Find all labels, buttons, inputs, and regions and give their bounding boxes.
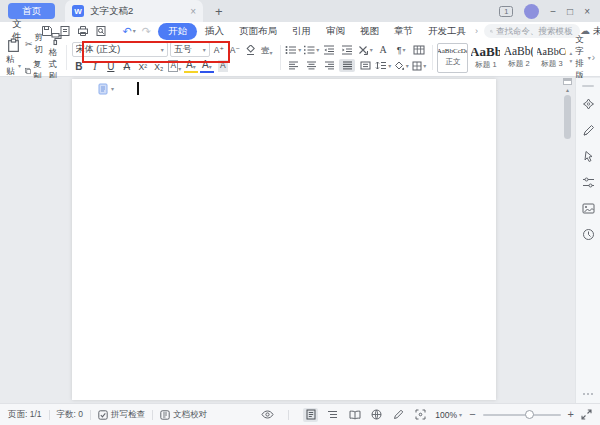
line-spacing-button[interactable]: ▾ [375, 59, 391, 72]
zoom-in-button[interactable]: + [568, 409, 574, 420]
justify-button[interactable] [339, 59, 355, 72]
style-heading-3[interactable]: AaBbC( 标题 3 [536, 43, 567, 73]
document-page[interactable] [72, 79, 496, 400]
align-right-button[interactable] [321, 59, 337, 72]
borders-button[interactable]: ▾ [411, 59, 427, 72]
search-input[interactable] [496, 26, 574, 36]
numbered-list-button[interactable]: ▾ [303, 43, 319, 56]
new-tab-button[interactable]: + [215, 4, 223, 19]
zoom-out-button[interactable]: − [469, 409, 475, 420]
align-center-button[interactable] [303, 59, 319, 72]
zoom-level-select[interactable]: 100% ▾ [435, 410, 462, 420]
fit-page-button[interactable] [413, 408, 428, 422]
paste-button[interactable]: 粘贴▾ [6, 38, 21, 78]
spellcheck-toggle[interactable]: 拼写检查 [98, 409, 145, 421]
vertical-scrollbar[interactable]: ▴ [562, 78, 573, 139]
italic-button[interactable]: I [88, 59, 102, 73]
window-list-icon[interactable]: 1 [499, 6, 513, 17]
paragraph-mark-button[interactable]: ¶▾ [393, 43, 409, 56]
align-left-button[interactable] [285, 59, 301, 72]
paper-grid-button[interactable] [411, 43, 427, 56]
cut-label: 剪切 [35, 32, 45, 56]
select-cursor-icon[interactable] [582, 150, 595, 163]
scroll-up-icon[interactable]: ▴ [566, 87, 569, 93]
home-button[interactable]: 首页 [8, 3, 55, 19]
asian-layout-button[interactable]: ▾ [357, 43, 373, 56]
fullscreen-icon[interactable] [581, 409, 592, 420]
char-shading-button[interactable]: A [216, 59, 230, 73]
search-box[interactable] [484, 24, 580, 38]
zoom-slider-thumb[interactable] [525, 410, 534, 419]
view-page-button[interactable] [303, 408, 318, 422]
tab-section[interactable]: 章节 [387, 24, 420, 39]
subscript-button[interactable]: X₂ [152, 59, 166, 73]
shading-color-button[interactable]: ▾ [393, 59, 409, 72]
proofread-button[interactable]: 文档校对 [160, 409, 207, 421]
bold-button[interactable]: B [72, 59, 86, 73]
close-button[interactable]: × [584, 6, 590, 17]
tab-page-layout[interactable]: 页面布局 [232, 24, 284, 39]
gallery-up-icon[interactable]: ▴ [569, 51, 572, 57]
style-normal[interactable]: AaBbCcDd 正文 [437, 43, 468, 73]
eye-protection-icon[interactable] [261, 410, 274, 419]
word-count[interactable]: 字数: 0 [57, 409, 83, 421]
more-tabs-chevron-icon[interactable]: › [475, 26, 478, 36]
image-tool-icon[interactable] [582, 202, 595, 215]
tab-home[interactable]: 开始 [158, 23, 197, 40]
smart-assistant-icon[interactable] [582, 98, 595, 111]
format-painter-button[interactable]: 格式刷 [49, 32, 62, 83]
clear-format-button[interactable] [244, 43, 258, 57]
view-ink-button[interactable] [391, 408, 406, 422]
font-color-button[interactable]: A▾ [200, 59, 214, 73]
style-heading-1[interactable]: AaBb 标题 1 [470, 43, 501, 73]
style-heading-2[interactable]: AaBb( 标题 2 [503, 43, 534, 73]
history-compass-icon[interactable] [582, 228, 595, 241]
zoom-slider[interactable] [483, 414, 561, 416]
highlight-color-button[interactable]: A▾ [184, 59, 198, 73]
tab-review[interactable]: 审阅 [319, 24, 352, 39]
indent-icon [341, 45, 353, 55]
tab-view[interactable]: 视图 [353, 24, 386, 39]
ink-pen-icon [393, 409, 404, 420]
increase-indent-button[interactable] [339, 43, 355, 56]
maximize-button[interactable]: □ [567, 6, 573, 17]
tab-references[interactable]: 引用 [285, 24, 318, 39]
redo-button[interactable]: ↷ [139, 26, 154, 37]
split-view-button[interactable] [563, 78, 572, 85]
font-size-select[interactable]: 五号 ▾ [170, 42, 210, 57]
char-scale-button[interactable]: A [375, 43, 391, 56]
view-read-button[interactable] [347, 408, 362, 422]
grow-font-button[interactable]: A⁺ [212, 43, 226, 57]
gallery-down-icon[interactable]: ▾ [569, 59, 572, 65]
tab-developer[interactable]: 开发工具 [421, 24, 473, 39]
superscript-button[interactable]: X² [136, 59, 150, 73]
settings-sliders-icon[interactable] [582, 176, 595, 189]
sidebar-more-dots-icon[interactable] [583, 393, 593, 395]
distribute-button[interactable] [357, 59, 373, 72]
strikethrough-button[interactable]: A [120, 59, 134, 73]
phonetic-guide-button[interactable]: 壹▾ [260, 43, 274, 57]
toolbar-expand-chevron-icon[interactable]: › [591, 42, 596, 73]
paste-options-button[interactable]: ▾ [98, 83, 114, 95]
print-icon[interactable] [74, 25, 92, 37]
char-border-button[interactable]: A▾ [168, 59, 182, 73]
document-tab[interactable]: W 文字文稿2 × [65, 0, 203, 22]
tab-insert[interactable]: 插入 [198, 24, 231, 39]
panel-handle[interactable] [582, 85, 594, 87]
minimize-button[interactable]: − [550, 6, 556, 17]
print-preview-icon[interactable] [92, 25, 110, 37]
bullet-list-button[interactable]: ▾ [285, 43, 301, 56]
view-web-button[interactable] [369, 408, 384, 422]
tab-close-icon[interactable]: × [190, 6, 196, 17]
view-outline-button[interactable] [325, 408, 340, 422]
user-avatar[interactable] [524, 4, 539, 19]
edit-pen-icon[interactable] [582, 124, 595, 137]
scrollbar-thumb[interactable] [564, 95, 571, 139]
text-layout-button[interactable]: 文字排版▾ [575, 42, 590, 73]
shrink-font-button[interactable]: A⁻ [228, 43, 242, 57]
cut-button[interactable]: ✂ 剪切 [25, 32, 45, 56]
font-name-select[interactable]: 宋体 (正文) ▾ [72, 42, 168, 57]
decrease-indent-button[interactable] [321, 43, 337, 56]
undo-button[interactable]: ↶ ▾ [120, 26, 139, 37]
underline-button[interactable]: U [104, 59, 118, 73]
